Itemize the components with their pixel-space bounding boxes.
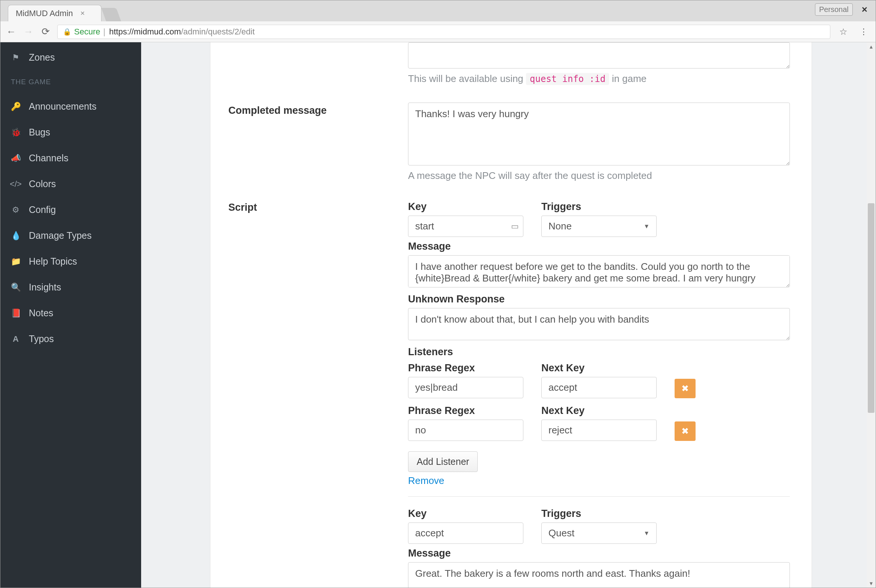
close-icon[interactable]: × (81, 9, 85, 18)
add-listener-button[interactable]: Add Listener (408, 452, 478, 472)
triggers-value: Quest (548, 527, 574, 539)
book-icon: 📕 (11, 308, 21, 318)
sidebar-item-typos[interactable]: A Typos (0, 326, 141, 352)
triggers-label: Triggers (542, 508, 657, 519)
chevron-down-icon: ▼ (644, 530, 650, 537)
url-field[interactable]: 🔒 Secure | https ://midmud.com /admin/qu… (57, 25, 830, 39)
menu-icon[interactable]: ⋮ (856, 27, 870, 37)
unknown-response-label: Unknown Response (408, 294, 790, 305)
sidebar-item-label: Channels (29, 153, 69, 164)
next-key-label: Next Key (542, 405, 657, 417)
profile-badge[interactable]: Personal (815, 3, 853, 16)
sidebar-item-label: Colors (29, 178, 56, 189)
key-icon: 🔑 (11, 102, 21, 111)
scroll-thumb[interactable] (868, 203, 874, 413)
listener-row: Phrase Regex Next Key ✖ (408, 404, 790, 441)
reload-icon[interactable]: ⟳ (40, 26, 51, 38)
tint-icon: 💧 (11, 231, 21, 241)
completed-help-text: A message the NPC will say after the que… (408, 170, 790, 182)
url-host: ://midmud.com (127, 27, 181, 37)
delete-listener-button[interactable]: ✖ (675, 422, 696, 441)
next-key-input[interactable] (542, 420, 657, 441)
close-icon: ✖ (681, 383, 689, 394)
sidebar-item-help-topics[interactable]: 📁 Help Topics (0, 249, 141, 274)
sidebar-item-label: Insights (29, 282, 61, 293)
gears-icon: ⚙ (11, 205, 21, 215)
info-help-code: quest info :id (526, 73, 609, 85)
lock-icon: 🔒 (63, 28, 71, 36)
listeners-label: Listeners (408, 346, 790, 358)
window-close-icon[interactable]: × (856, 4, 873, 15)
content: This will be available using quest info … (141, 42, 876, 588)
key-input[interactable] (408, 216, 524, 237)
browser-tab[interactable]: MidMUD Admin × (8, 5, 102, 21)
tab-strip: MidMUD Admin × Personal × (0, 0, 876, 21)
back-icon[interactable]: ← (6, 26, 17, 38)
delete-listener-button[interactable]: ✖ (675, 379, 696, 398)
sidebar-item-channels[interactable]: 📣 Channels (0, 145, 141, 171)
sidebar-item-label: Typos (29, 333, 54, 344)
bullhorn-icon: 📣 (11, 153, 21, 163)
triggers-value: None (548, 220, 572, 232)
sidebar-section: THE GAME (0, 70, 141, 94)
info-help-text: This will be available using quest info … (408, 73, 790, 85)
app: ⚑ Zones THE GAME 🔑 Announcements 🐞 Bugs … (0, 42, 876, 588)
triggers-select[interactable]: None ▼ (542, 216, 657, 237)
message-textarea[interactable] (408, 562, 790, 588)
unknown-response-textarea[interactable] (408, 308, 790, 340)
listener-row: Phrase Regex Next Key ✖ (408, 361, 790, 398)
sidebar-item-label: Notes (29, 308, 53, 318)
bug-icon: 🐞 (11, 128, 21, 137)
chevron-down-icon: ▼ (644, 223, 650, 230)
sidebar-item-zones[interactable]: ⚑ Zones (0, 45, 141, 70)
sidebar-item-colors[interactable]: </> Colors (0, 171, 141, 197)
url-bar: ← → ⟳ 🔒 Secure | https ://midmud.com /ad… (0, 21, 876, 42)
next-key-input[interactable] (542, 377, 657, 398)
tab-title: MidMUD Admin (16, 9, 73, 18)
completed-message-textarea[interactable] (408, 102, 790, 165)
phrase-regex-input[interactable] (408, 377, 524, 398)
sidebar-item-label: Announcements (29, 101, 97, 112)
triggers-select[interactable]: Quest ▼ (542, 522, 657, 544)
flag-icon: ⚑ (11, 53, 21, 63)
key-label: Key (408, 201, 524, 213)
bookmark-icon[interactable]: ☆ (836, 27, 850, 37)
sidebar-item-label: Config (29, 204, 56, 215)
search-icon: 🔍 (11, 283, 21, 292)
scroll-up-icon[interactable]: ▴ (867, 43, 876, 50)
window-controls: Personal × (815, 3, 873, 16)
next-key-label: Next Key (542, 362, 657, 374)
sidebar-item-insights[interactable]: 🔍 Insights (0, 274, 141, 300)
url-path: /admin/quests/2/edit (181, 27, 255, 37)
key-label: Key (408, 508, 524, 519)
message-textarea[interactable] (408, 255, 790, 288)
triggers-label: Triggers (542, 201, 657, 213)
phrase-regex-label: Phrase Regex (408, 405, 524, 417)
close-icon: ✖ (681, 426, 689, 436)
sidebar: ⚑ Zones THE GAME 🔑 Announcements 🐞 Bugs … (0, 42, 141, 588)
message-label: Message (408, 241, 790, 252)
contact-icon: ▭ (511, 222, 519, 231)
divider (408, 496, 790, 496)
sidebar-item-config[interactable]: ⚙ Config (0, 197, 141, 223)
message-label: Message (408, 548, 790, 559)
forward-icon: → (23, 26, 34, 38)
url-protocol: https (109, 27, 127, 37)
sidebar-item-announcements[interactable]: 🔑 Announcements (0, 94, 141, 119)
url-separator: | (104, 27, 106, 37)
info-textarea[interactable] (408, 42, 790, 69)
key-input[interactable] (408, 522, 524, 544)
script-label: Script (228, 200, 408, 588)
sidebar-item-notes[interactable]: 📕 Notes (0, 300, 141, 326)
scroll-down-icon[interactable]: ▾ (867, 580, 876, 587)
new-tab-button[interactable] (101, 8, 121, 21)
remove-script-link[interactable]: Remove (408, 475, 790, 487)
sidebar-item-label: Help Topics (29, 256, 77, 267)
folder-icon: 📁 (11, 257, 21, 267)
completed-message-label: Completed message (228, 102, 408, 182)
secure-label: Secure (74, 27, 100, 37)
scrollbar[interactable]: ▴ ▾ (867, 42, 876, 588)
sidebar-item-bugs[interactable]: 🐞 Bugs (0, 119, 141, 145)
sidebar-item-damage-types[interactable]: 💧 Damage Types (0, 223, 141, 249)
phrase-regex-input[interactable] (408, 420, 524, 441)
